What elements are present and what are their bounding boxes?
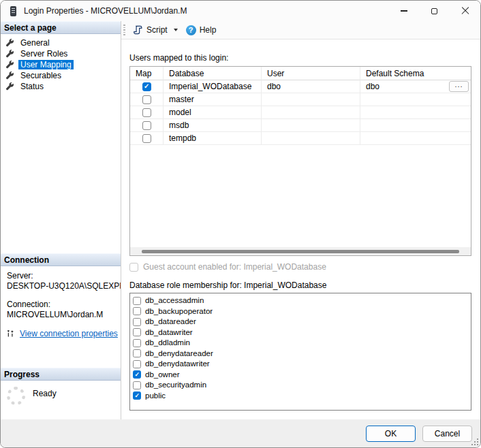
- map-checkbox[interactable]: [142, 82, 151, 91]
- role-checkbox[interactable]: [133, 391, 141, 400]
- connection-info: Server: DESKTOP-U3Q120A\SQLEXPRE Connect…: [1, 266, 121, 368]
- role-checkbox[interactable]: [133, 381, 141, 389]
- role-label: db_ddladmin: [145, 338, 190, 347]
- sidebar-item-server-roles[interactable]: Server Roles: [1, 48, 121, 59]
- sidebar-item-status[interactable]: Status: [1, 81, 121, 92]
- map-checkbox[interactable]: [142, 95, 151, 104]
- default-schema-cell: [360, 132, 471, 145]
- toolbar: Script ? Help: [121, 21, 480, 39]
- script-label: Script: [146, 25, 168, 35]
- role-checkbox[interactable]: [133, 307, 141, 315]
- list-item: db_datawriter: [132, 327, 471, 338]
- role-label: db_owner: [145, 370, 180, 379]
- list-item: public: [132, 391, 471, 402]
- server-value: DESKTOP-U3Q120A\SQLEXPRE: [7, 281, 118, 291]
- user-cell: [262, 93, 360, 106]
- map-checkbox[interactable]: [142, 134, 151, 143]
- connection-header: Connection: [1, 253, 121, 266]
- list-item: db_denydatawriter: [132, 359, 471, 370]
- script-dropdown-arrow-icon[interactable]: [174, 29, 178, 31]
- table-row: model: [130, 106, 471, 119]
- column-header-database: Database: [164, 67, 262, 80]
- users-mapped-table: Map Database User Default Schema Imperia…: [129, 66, 471, 256]
- list-item: db_owner: [132, 370, 471, 381]
- role-label: db_backupoperator: [145, 307, 213, 316]
- role-checkbox[interactable]: [133, 360, 141, 368]
- sidebar-item-general[interactable]: General: [1, 37, 121, 48]
- sidebar-item-label: Securables: [18, 71, 63, 80]
- help-button[interactable]: ? Help: [183, 23, 220, 37]
- connection-properties-icon: [7, 330, 16, 338]
- connection-label: Connection:: [7, 300, 118, 310]
- database-cell: Imperial_WODatabase: [164, 80, 262, 93]
- minimize-button[interactable]: [388, 1, 419, 21]
- table-empty-area: [130, 145, 471, 247]
- users-mapped-label: Users mapped to this login:: [129, 53, 471, 63]
- role-checkbox[interactable]: [133, 297, 141, 305]
- maximize-button[interactable]: [419, 1, 450, 21]
- list-item: db_ddladmin: [132, 338, 471, 349]
- user-cell: [262, 119, 360, 132]
- list-item: db_securityadmin: [132, 380, 471, 391]
- maximize-icon: [431, 8, 437, 14]
- role-checkbox[interactable]: [133, 370, 141, 379]
- view-connection-properties-link[interactable]: View connection properties: [20, 329, 118, 338]
- database-cell: model: [164, 106, 262, 119]
- ok-button[interactable]: OK: [366, 426, 416, 442]
- role-label: db_denydatawriter: [145, 359, 210, 368]
- toolbar-grip[interactable]: [123, 25, 125, 36]
- role-checkbox[interactable]: [133, 339, 141, 347]
- select-a-page-header: Select a page: [1, 21, 121, 34]
- scrollbar-thumb[interactable]: [142, 250, 459, 253]
- sidebar-item-label: General: [18, 38, 52, 48]
- progress-area: Ready: [1, 381, 121, 419]
- default-schema-cell[interactable]: dbo ...: [360, 80, 471, 93]
- cancel-button[interactable]: Cancel: [422, 426, 472, 442]
- column-header-map: Map: [130, 67, 164, 80]
- table-row: msdb: [130, 119, 471, 132]
- close-icon: [461, 7, 469, 15]
- horizontal-scrollbar[interactable]: [130, 247, 471, 255]
- sidebar-item-label: User Mapping: [18, 60, 74, 69]
- database-role-list: db_accessadmin db_backupoperator db_data…: [129, 293, 471, 411]
- sidebar-item-label: Server Roles: [18, 49, 69, 59]
- close-button[interactable]: [450, 1, 480, 21]
- user-cell[interactable]: dbo: [262, 80, 360, 93]
- title-bar: Login Properties - MICROVELLUM\Jordan.M: [1, 1, 480, 21]
- sidebar-item-label: Status: [18, 82, 46, 91]
- role-label: db_denydatareader: [145, 349, 213, 358]
- minimize-icon: [401, 10, 407, 11]
- guest-account-label: Guest account enabled for: Imperial_WODa…: [143, 262, 326, 272]
- script-button[interactable]: Script: [129, 23, 171, 37]
- sidebar: Select a page General Server Roles User …: [1, 21, 121, 419]
- role-checkbox[interactable]: [133, 328, 141, 336]
- window-title: Login Properties - MICROVELLUM\Jordan.M: [24, 6, 187, 16]
- list-item: db_backupoperator: [132, 306, 471, 317]
- wrench-icon: [5, 82, 14, 91]
- map-checkbox[interactable]: [142, 121, 151, 130]
- server-app-icon: [10, 6, 18, 16]
- login-properties-dialog: Login Properties - MICROVELLUM\Jordan.M …: [0, 0, 481, 448]
- resize-grip[interactable]: [471, 438, 478, 445]
- progress-header: Progress: [1, 368, 121, 381]
- table-row: Imperial_WODatabase dbo dbo ...: [130, 80, 471, 93]
- help-label: Help: [200, 25, 217, 35]
- database-cell: master: [164, 93, 262, 106]
- script-icon: [133, 25, 143, 35]
- role-label: db_datawriter: [145, 328, 193, 337]
- browse-schema-button[interactable]: ...: [449, 81, 469, 92]
- role-label: db_securityadmin: [145, 381, 206, 389]
- progress-spinner-icon: [7, 387, 25, 405]
- sidebar-item-securables[interactable]: Securables: [1, 70, 121, 81]
- role-checkbox[interactable]: [133, 349, 141, 357]
- sidebar-item-user-mapping[interactable]: User Mapping: [1, 59, 121, 70]
- help-icon: ?: [186, 25, 196, 35]
- role-checkbox[interactable]: [133, 318, 141, 326]
- default-schema-value: dbo: [366, 82, 379, 91]
- default-schema-cell: [360, 119, 471, 132]
- wrench-icon: [5, 71, 14, 80]
- table-row: master: [130, 93, 471, 106]
- map-checkbox[interactable]: [142, 108, 151, 117]
- server-label: Server:: [7, 271, 118, 281]
- database-cell: tempdb: [164, 132, 262, 145]
